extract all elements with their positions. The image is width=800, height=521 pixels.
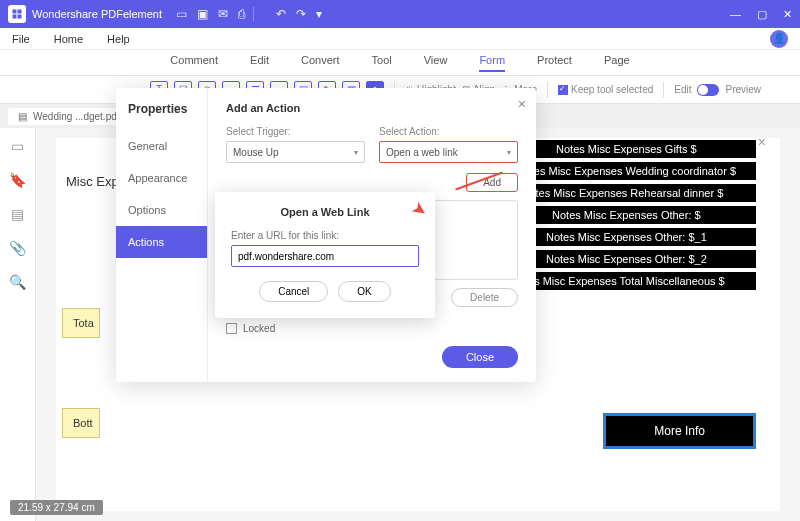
more-info-button[interactable]: More Info bbox=[603, 413, 756, 449]
app-title: Wondershare PDFelement bbox=[32, 8, 162, 20]
panel-tab-options[interactable]: Options bbox=[116, 194, 207, 226]
cancel-button[interactable]: Cancel bbox=[259, 281, 328, 302]
action-select[interactable]: Open a web link▾ bbox=[379, 141, 518, 163]
trigger-label: Select Trigger: bbox=[226, 126, 365, 137]
tab-protect[interactable]: Protect bbox=[537, 54, 572, 72]
save-icon[interactable]: ▣ bbox=[197, 7, 208, 21]
ok-button[interactable]: OK bbox=[338, 281, 390, 302]
banner-close-icon[interactable]: × bbox=[758, 134, 766, 150]
menubar: File Home Help 👤 bbox=[0, 28, 800, 50]
left-sidebar: ▭ 🔖 ▤ 📎 🔍 bbox=[0, 128, 36, 521]
delete-button[interactable]: Delete bbox=[451, 288, 518, 307]
panel-title: Properties bbox=[116, 88, 207, 130]
ribbon-tabs: Comment Edit Convert Tool View Form Prot… bbox=[0, 50, 800, 76]
add-action-heading: Add an Action bbox=[226, 102, 518, 114]
panel-tab-actions[interactable]: Actions bbox=[116, 226, 207, 258]
close-window-icon[interactable]: ✕ bbox=[783, 8, 792, 21]
panel-tab-appearance[interactable]: Appearance bbox=[116, 162, 207, 194]
tab-view[interactable]: View bbox=[424, 54, 448, 72]
attachment-icon[interactable]: 📎 bbox=[9, 240, 26, 256]
dropdown-icon[interactable]: ▾ bbox=[316, 7, 322, 21]
thumbnails-icon[interactable]: ▭ bbox=[11, 138, 24, 154]
tab-tool[interactable]: Tool bbox=[372, 54, 392, 72]
keep-tool-checkbox[interactable]: Keep tool selected bbox=[558, 84, 653, 95]
layers-icon[interactable]: ▤ bbox=[11, 206, 24, 222]
status-dimensions: 21.59 x 27.94 cm bbox=[10, 500, 103, 515]
action-label: Select Action: bbox=[379, 126, 518, 137]
panel-close-icon[interactable]: × bbox=[518, 96, 526, 112]
maximize-icon[interactable]: ▢ bbox=[757, 8, 767, 21]
titlebar-quick-icons: ▭ ▣ ✉ ⎙ bbox=[176, 7, 245, 21]
search-icon[interactable]: 🔍 bbox=[9, 274, 26, 290]
document-tab-title: Wedding ...dget.pdf * bbox=[33, 111, 126, 122]
tab-edit[interactable]: Edit bbox=[250, 54, 269, 72]
panel-tab-general[interactable]: General bbox=[116, 130, 207, 162]
tab-form[interactable]: Form bbox=[479, 54, 505, 72]
menu-file[interactable]: File bbox=[12, 33, 30, 45]
minimize-icon[interactable]: — bbox=[730, 8, 741, 21]
menu-help[interactable]: Help bbox=[107, 33, 130, 45]
edit-toggle-label: Edit bbox=[674, 84, 691, 95]
properties-sidebar: Properties General Appearance Options Ac… bbox=[116, 88, 208, 382]
bottom-box: Bott bbox=[62, 408, 100, 438]
redo-icon[interactable]: ↷ bbox=[296, 7, 306, 21]
tab-comment[interactable]: Comment bbox=[170, 54, 218, 72]
app-logo bbox=[8, 5, 26, 23]
open-web-link-dialog: Open a Web Link Enter a URL for this lin… bbox=[215, 192, 435, 318]
total-box: Tota bbox=[62, 308, 100, 338]
tab-convert[interactable]: Convert bbox=[301, 54, 340, 72]
bookmark-icon[interactable]: 🔖 bbox=[9, 172, 26, 188]
tab-page[interactable]: Page bbox=[604, 54, 630, 72]
close-panel-button[interactable]: Close bbox=[442, 346, 518, 368]
locked-checkbox[interactable]: Locked bbox=[226, 323, 518, 334]
menu-home[interactable]: Home bbox=[54, 33, 83, 45]
edit-preview-toggle[interactable] bbox=[697, 84, 719, 96]
open-icon[interactable]: ▭ bbox=[176, 7, 187, 21]
titlebar: Wondershare PDFelement ▭ ▣ ✉ ⎙ ↶ ↷ ▾ — ▢… bbox=[0, 0, 800, 28]
undo-icon[interactable]: ↶ bbox=[276, 7, 286, 21]
print-icon[interactable]: ⎙ bbox=[238, 7, 245, 21]
trigger-select[interactable]: Mouse Up▾ bbox=[226, 141, 365, 163]
url-input[interactable] bbox=[231, 245, 419, 267]
user-avatar-icon[interactable]: 👤 bbox=[770, 30, 788, 48]
dialog-title: Open a Web Link bbox=[231, 206, 419, 218]
mail-icon[interactable]: ✉ bbox=[218, 7, 228, 21]
url-label: Enter a URL for this link: bbox=[231, 230, 419, 241]
preview-label: Preview bbox=[725, 84, 761, 95]
